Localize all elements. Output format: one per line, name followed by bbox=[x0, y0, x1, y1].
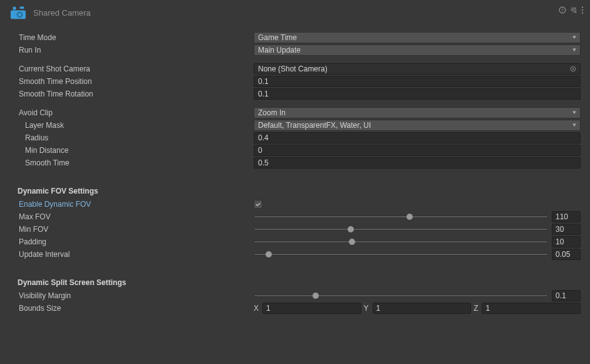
component-title: Shared Camera bbox=[33, 8, 91, 18]
smooth-time-rotation-label: Smooth Time Rotation bbox=[19, 90, 254, 98]
smooth-time-position-label: Smooth Time Position bbox=[19, 77, 254, 86]
svg-point-9 bbox=[575, 11, 576, 13]
padding-label: Padding bbox=[19, 237, 254, 246]
presets-icon[interactable] bbox=[570, 6, 577, 16]
min-fov-label: Min FOV bbox=[19, 225, 254, 234]
enable-dynamic-fov-checkbox[interactable] bbox=[254, 200, 262, 209]
layer-mask-label: Layer Mask bbox=[25, 121, 254, 130]
current-shot-camera-label: Current Shot Camera bbox=[19, 65, 254, 73]
svg-point-4 bbox=[18, 13, 21, 16]
smooth-time-position-input[interactable]: 0.1 bbox=[254, 76, 581, 87]
smooth-time-rotation-input[interactable]: 0.1 bbox=[254, 88, 581, 100]
x-label: X bbox=[254, 304, 260, 313]
avoid-clip-label: Avoid Clip bbox=[19, 108, 254, 117]
dynamic-fov-header: Dynamic FOV Settings bbox=[0, 182, 590, 198]
avoid-clip-value: Zoom In bbox=[258, 108, 286, 117]
z-label: Z bbox=[474, 304, 479, 313]
time-mode-dropdown[interactable]: Game Time ▼ bbox=[254, 32, 581, 43]
chevron-down-icon: ▼ bbox=[571, 47, 577, 53]
layer-mask-value: Default, TransparentFX, Water, UI bbox=[258, 121, 371, 130]
svg-rect-1 bbox=[20, 7, 24, 9]
min-fov-slider[interactable] bbox=[254, 224, 548, 235]
time-mode-label: Time Mode bbox=[19, 33, 254, 42]
run-in-dropdown[interactable]: Main Update ▼ bbox=[254, 44, 581, 56]
visibility-margin-slider[interactable] bbox=[254, 290, 548, 301]
context-menu-icon[interactable] bbox=[581, 6, 584, 16]
update-interval-input[interactable]: 0.05 bbox=[552, 249, 581, 260]
time-mode-value: Game Time bbox=[258, 33, 297, 42]
update-interval-slider[interactable] bbox=[254, 249, 548, 260]
enable-dynamic-fov-label: Enable Dynamic FOV bbox=[19, 200, 254, 209]
padding-slider[interactable] bbox=[254, 236, 548, 247]
visibility-margin-input[interactable]: 0.1 bbox=[552, 290, 581, 301]
current-shot-camera-field[interactable]: None (Shot Camera) bbox=[254, 63, 581, 75]
object-picker-icon[interactable] bbox=[569, 65, 577, 73]
svg-point-10 bbox=[582, 6, 583, 8]
min-fov-input[interactable]: 30 bbox=[552, 224, 581, 235]
svg-point-12 bbox=[582, 12, 583, 13]
chevron-down-icon: ▼ bbox=[571, 122, 577, 128]
check-icon bbox=[255, 201, 261, 207]
run-in-label: Run In bbox=[19, 46, 254, 55]
bounds-size-label: Bounds Size bbox=[19, 304, 254, 313]
min-distance-input[interactable]: 0 bbox=[254, 145, 581, 156]
component-header: Shared Camera ? bbox=[0, 0, 590, 31]
chevron-down-icon: ▼ bbox=[571, 110, 577, 115]
svg-point-0 bbox=[13, 7, 16, 10]
visibility-margin-label: Visibility Margin bbox=[19, 291, 254, 300]
svg-point-11 bbox=[582, 9, 583, 11]
layer-mask-dropdown[interactable]: Default, TransparentFX, Water, UI ▼ bbox=[254, 120, 581, 131]
svg-point-8 bbox=[572, 9, 573, 11]
bounds-size-y-input[interactable]: 1 bbox=[373, 303, 472, 314]
padding-input[interactable]: 10 bbox=[552, 236, 581, 247]
current-shot-camera-value: None (Shot Camera) bbox=[258, 65, 328, 73]
bounds-size-x-input[interactable]: 1 bbox=[262, 303, 361, 314]
max-fov-label: Max FOV bbox=[19, 212, 254, 221]
max-fov-input[interactable]: 110 bbox=[552, 211, 581, 222]
y-label: Y bbox=[364, 304, 370, 313]
svg-point-14 bbox=[572, 68, 574, 69]
svg-text:?: ? bbox=[561, 8, 564, 13]
radius-input[interactable]: 0.4 bbox=[254, 132, 581, 143]
clip-smooth-time-label: Smooth Time bbox=[25, 159, 254, 167]
avoid-clip-dropdown[interactable]: Zoom In ▼ bbox=[254, 107, 581, 118]
clip-smooth-time-input[interactable]: 0.5 bbox=[254, 157, 581, 169]
update-interval-label: Update Interval bbox=[19, 250, 254, 259]
run-in-value: Main Update bbox=[258, 46, 301, 55]
chevron-down-icon: ▼ bbox=[571, 34, 577, 40]
max-fov-slider[interactable] bbox=[254, 211, 548, 222]
split-screen-header: Dynamic Split Screen Settings bbox=[0, 273, 590, 289]
radius-label: Radius bbox=[25, 133, 254, 142]
svg-point-7 bbox=[574, 8, 576, 9]
camera-icon bbox=[9, 5, 27, 20]
help-icon[interactable]: ? bbox=[559, 6, 566, 16]
min-distance-label: Min Distance bbox=[25, 146, 254, 155]
bounds-size-z-input[interactable]: 1 bbox=[482, 303, 581, 314]
